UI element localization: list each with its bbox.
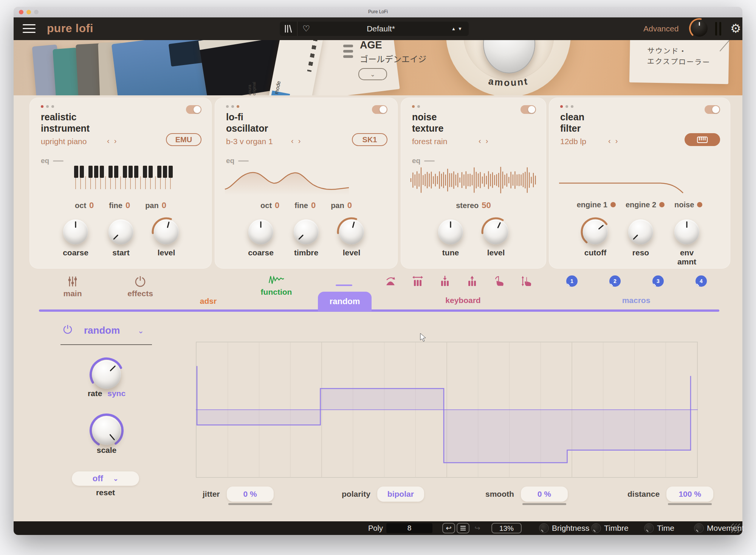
rate-sync-labels[interactable]: rate sync — [84, 389, 129, 398]
keys-left-right-icon[interactable] — [412, 275, 423, 287]
tab-macros[interactable]: macros — [617, 296, 655, 305]
module-enable-toggle[interactable] — [372, 105, 387, 114]
random-mode-select[interactable]: random — [84, 325, 120, 336]
history-list-button[interactable] — [457, 523, 469, 533]
level-knob[interactable]: level — [336, 219, 367, 257]
level-knob[interactable]: level — [480, 219, 512, 257]
page-dots[interactable] — [412, 105, 420, 108]
module-enable-toggle[interactable] — [521, 105, 536, 114]
macro-2-icon[interactable]: 2 — [609, 275, 621, 287]
menu-icon[interactable] — [23, 24, 36, 33]
tab-effects[interactable]: effects — [121, 275, 159, 298]
module-preset-name[interactable]: b-3 v organ 1 — [226, 137, 273, 146]
macro-brightness[interactable]: Brightness — [539, 521, 589, 535]
tune-knob[interactable]: tune — [435, 219, 466, 257]
settings-gear-icon[interactable]: ⚙ — [730, 21, 741, 36]
master-volume-knob[interactable] — [691, 20, 708, 37]
favorite-heart-icon[interactable]: ♡ — [297, 22, 315, 36]
preset-pack-title: AGE — [360, 40, 382, 51]
power-icon — [135, 275, 146, 288]
tab-adsr[interactable]: adsr — [189, 275, 227, 306]
library-icon[interactable] — [280, 22, 297, 36]
zoom-level-button[interactable]: 13% — [491, 523, 522, 533]
module-noise-texture: noisetexture forest rain ‹› eq stereo50 … — [401, 98, 546, 269]
eq-control[interactable]: eq — [412, 157, 435, 165]
poly-value-input[interactable]: 8 — [386, 523, 432, 533]
env-amount-knob[interactable]: env amnt — [671, 219, 703, 266]
tab-function[interactable]: function — [257, 273, 295, 297]
time-knob[interactable] — [644, 523, 654, 533]
macro-3-icon[interactable]: 3 — [652, 275, 664, 287]
undo-button[interactable]: ↩ — [442, 523, 455, 533]
preset-prev-next-arrows[interactable]: ▲▼ — [447, 26, 469, 31]
module-preset-name[interactable]: 12db lp — [560, 137, 586, 146]
start-knob[interactable]: start — [105, 219, 137, 257]
module-realistic-instrument: realisticinstrument upright piano ‹› EMU… — [29, 98, 212, 269]
polarity-value[interactable]: bipolar — [377, 487, 424, 502]
brightness-knob[interactable] — [539, 523, 549, 533]
cutoff-knob[interactable]: cutoff — [579, 219, 611, 257]
distance-value[interactable]: 100 % — [666, 487, 713, 502]
screen: Pure LoFi pure lofi ♡ Default* ▲▼ Advanc… — [0, 0, 756, 555]
distance-param: distance 100 % — [627, 487, 713, 502]
page-dots[interactable] — [226, 105, 239, 108]
keyboard-icon — [697, 137, 708, 143]
keys-press-down-icon[interactable] — [439, 275, 451, 287]
reso-knob[interactable]: reso — [625, 219, 657, 257]
eq-control[interactable]: eq — [226, 157, 249, 165]
timbre-knob[interactable] — [591, 523, 601, 533]
rate-knob[interactable] — [84, 360, 129, 389]
module-preset-name[interactable]: forest rain — [412, 137, 447, 146]
app-header: pure lofi ♡ Default* ▲▼ Advanced ⚙ — [14, 17, 742, 40]
coarse-knob[interactable]: coarse — [245, 219, 277, 257]
aftertouch-icon[interactable] — [494, 275, 505, 287]
status-bar: Poly 8 ↩ ↪ 13% Brightness Timbre Time Mo… — [14, 521, 742, 535]
scale-label: scale — [84, 446, 129, 455]
page-dots[interactable] — [41, 105, 54, 108]
jitter-value[interactable]: 0 % — [227, 487, 274, 502]
random-step-graph[interactable] — [196, 342, 698, 478]
page-dots[interactable] — [560, 105, 573, 108]
chevron-down-icon[interactable]: ⌄ — [138, 326, 144, 335]
coarse-knob[interactable]: coarse — [60, 219, 91, 257]
function-squiggle-icon — [268, 273, 285, 285]
macro-time[interactable]: Time — [644, 521, 674, 535]
scale-knob[interactable] — [84, 416, 129, 445]
module-enable-toggle[interactable] — [186, 105, 201, 114]
slide-up-down-icon[interactable] — [521, 275, 532, 287]
eq-control[interactable]: eq — [41, 157, 64, 165]
tab-keyboard[interactable]: keyboard — [444, 296, 482, 305]
redo-button[interactable]: ↪ — [471, 523, 484, 533]
preset-banner-artwork: ゴールデン fx mode anura original AGE ゴールデンエイ… — [14, 40, 742, 95]
macro-icons: 1 2 3 4 — [566, 275, 707, 287]
level-knob[interactable]: level — [150, 219, 182, 257]
module-params: stereo50 — [401, 201, 546, 210]
macro-1-icon[interactable]: 1 — [566, 275, 578, 287]
banner-expand-button[interactable]: ⌄ — [358, 68, 387, 80]
module-preset-name[interactable]: upright piano — [41, 137, 87, 146]
preset-pack-subtitle: ゴールデンエイジ — [360, 52, 426, 64]
keytrack-badge-button[interactable] — [685, 133, 720, 146]
macro-timbre[interactable]: Timbre — [591, 521, 629, 535]
tab-random[interactable]: random — [318, 292, 372, 311]
engine-badge-button[interactable]: EMU — [166, 133, 201, 146]
engine-badge-button[interactable]: SK1 — [352, 133, 387, 146]
smooth-value[interactable]: 0 % — [521, 487, 568, 502]
reset-mode-dropdown[interactable]: off ⌄ — [72, 471, 139, 486]
advanced-link[interactable]: Advanced — [643, 24, 679, 33]
movement-knob[interactable] — [694, 523, 704, 533]
tab-main[interactable]: main — [54, 275, 91, 298]
module-enable-toggle[interactable] — [705, 105, 720, 114]
preset-nav-arrows[interactable]: ‹› — [291, 137, 305, 145]
window-resize-handle[interactable] — [731, 524, 740, 533]
random-power-icon[interactable] — [63, 325, 73, 334]
preset-nav-arrows[interactable]: ‹› — [107, 137, 121, 145]
preset-name[interactable]: Default* — [315, 24, 447, 33]
keys-release-up-icon[interactable] — [466, 275, 478, 287]
macro-4-icon[interactable]: 4 — [696, 275, 707, 287]
timbre-knob[interactable]: timbre — [290, 219, 322, 257]
pitch-bend-icon[interactable] — [385, 275, 396, 287]
poly-label: Poly — [368, 521, 383, 535]
preset-nav-arrows[interactable]: ‹› — [479, 137, 493, 145]
preset-nav-arrows[interactable]: ‹› — [608, 137, 622, 145]
